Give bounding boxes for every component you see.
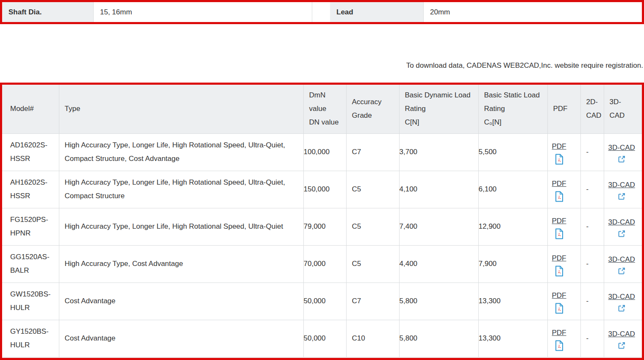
col-header-static-load: Basic Static Load Rating C₀[N] [478, 85, 547, 133]
pdf-file-icon[interactable] [555, 154, 564, 165]
cad2d-placeholder: - [580, 282, 604, 320]
model-number: GW1520BS- HULR [2, 282, 59, 320]
dmn-value: 70,000 [303, 245, 346, 282]
col-header-type: Type [59, 85, 303, 133]
static-load-rating: 5,500 [478, 133, 547, 171]
pdf-file-icon[interactable] [555, 191, 564, 202]
col-header-accuracy-grade: Accuracy Grade [346, 85, 399, 133]
products-table: Model# Type DmN value DN value Accuracy … [2, 85, 642, 357]
table-row: GY1520BS- HULR Cost Advantage 50,000 C10… [2, 320, 642, 357]
cad3d-link[interactable]: 3D-CAD [608, 329, 635, 340]
pdf-link[interactable]: PDF [552, 253, 566, 264]
external-link-icon[interactable] [617, 155, 626, 163]
cad2d-placeholder: - [580, 208, 604, 245]
col-header-pdf: PDF [547, 85, 580, 133]
type-description: Cost Advantage [59, 320, 303, 357]
dmn-value: 50,000 [303, 282, 346, 320]
col-header-dmn-value: DmN value DN value [303, 85, 346, 133]
pdf-link[interactable]: PDF [552, 290, 566, 301]
type-description: High Accuracy Type, Longer Life, High Ro… [59, 171, 303, 208]
static-load-rating: 7,900 [478, 245, 547, 282]
spec-bar: Shaft Dia. 15, 16mm Lead 20mm [0, 0, 644, 24]
pdf-file-icon[interactable] [555, 303, 564, 314]
pdf-file-icon[interactable] [555, 340, 564, 351]
cad2d-placeholder: - [580, 133, 604, 171]
type-description: High Accuracy Type, Cost Advantage [59, 245, 303, 282]
model-number: AD16202S- HSSR [2, 133, 59, 171]
cad2d-placeholder: - [580, 171, 604, 208]
col-header-3d-cad: 3D- CAD [604, 85, 642, 133]
model-number: GY1520BS- HULR [2, 320, 59, 357]
model-number: GG1520AS- BALR [2, 245, 59, 282]
table-header-row: Model# Type DmN value DN value Accuracy … [2, 85, 642, 133]
type-description: Cost Advantage [59, 282, 303, 320]
external-link-icon[interactable] [617, 267, 626, 275]
static-load-rating: 12,900 [478, 208, 547, 245]
table-row: AD16202S- HSSR High Accuracy Type, Longe… [2, 133, 642, 171]
spec-bar-spacer [312, 2, 330, 22]
cad3d-link[interactable]: 3D-CAD [608, 291, 635, 302]
spec-value-shaft-dia: 15, 16mm [94, 2, 312, 22]
model-number: AH16202S- HSSR [2, 171, 59, 208]
dynamic-load-rating: 4,400 [399, 245, 478, 282]
col-header-2d-cad: 2D- CAD [580, 85, 604, 133]
pdf-link[interactable]: PDF [552, 178, 566, 189]
type-description: High Accuracy Type, Longer Life, High Ro… [59, 208, 303, 245]
table-row: FG1520PS- HPNR High Accuracy Type, Longe… [2, 208, 642, 245]
accuracy-grade: C5 [346, 245, 399, 282]
accuracy-grade: C7 [346, 133, 399, 171]
dynamic-load-rating: 4,100 [399, 171, 478, 208]
pdf-link[interactable]: PDF [552, 141, 566, 152]
dmn-value: 79,000 [303, 208, 346, 245]
spec-label-shaft-dia: Shaft Dia. [2, 2, 94, 22]
static-load-rating: 13,300 [478, 282, 547, 320]
static-load-rating: 13,300 [478, 320, 547, 357]
model-number: FG1520PS- HPNR [2, 208, 59, 245]
cad3d-link[interactable]: 3D-CAD [608, 180, 635, 191]
accuracy-grade: C5 [346, 171, 399, 208]
pdf-link[interactable]: PDF [552, 327, 566, 338]
static-load-rating: 6,100 [478, 171, 547, 208]
table-row: GG1520AS- BALR High Accuracy Type, Cost … [2, 245, 642, 282]
dynamic-load-rating: 5,800 [399, 320, 478, 357]
products-table-frame: Model# Type DmN value DN value Accuracy … [0, 83, 644, 360]
dynamic-load-rating: 7,400 [399, 208, 478, 245]
col-header-model: Model# [2, 85, 59, 133]
accuracy-grade: C10 [346, 320, 399, 357]
external-link-icon[interactable] [617, 341, 626, 350]
cad3d-link[interactable]: 3D-CAD [608, 142, 635, 153]
external-link-icon[interactable] [617, 304, 626, 313]
dmn-value: 150,000 [303, 171, 346, 208]
download-registration-note: To download data, CADENAS WEB2CAD,Inc. w… [0, 60, 644, 72]
cad3d-link[interactable]: 3D-CAD [608, 217, 635, 228]
col-header-dynamic-load: Basic Dynamic Load Rating C[N] [399, 85, 478, 133]
accuracy-grade: C7 [346, 282, 399, 320]
dmn-value: 50,000 [303, 320, 346, 357]
accuracy-grade: C5 [346, 208, 399, 245]
pdf-file-icon[interactable] [555, 266, 564, 277]
dynamic-load-rating: 3,700 [399, 133, 478, 171]
table-row: AH16202S- HSSR High Accuracy Type, Longe… [2, 171, 642, 208]
pdf-link[interactable]: PDF [552, 216, 566, 227]
type-description: High Accuracy Type, Longer Life, High Ro… [59, 133, 303, 171]
external-link-icon[interactable] [617, 192, 626, 201]
pdf-file-icon[interactable] [555, 228, 564, 239]
dynamic-load-rating: 5,800 [399, 282, 478, 320]
dmn-value: 100,000 [303, 133, 346, 171]
cad3d-link[interactable]: 3D-CAD [608, 254, 635, 265]
spec-label-lead: Lead [330, 2, 424, 22]
cad2d-placeholder: - [580, 245, 604, 282]
external-link-icon[interactable] [617, 230, 626, 238]
spec-value-lead: 20mm [424, 2, 642, 22]
cad2d-placeholder: - [580, 320, 604, 357]
table-row: GW1520BS- HULR Cost Advantage 50,000 C7 … [2, 282, 642, 320]
